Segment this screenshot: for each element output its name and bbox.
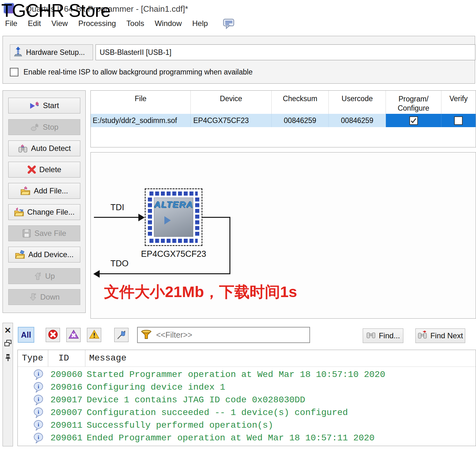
find-label: Find... <box>379 331 400 340</box>
close-icon[interactable]: ✕ <box>3 326 13 335</box>
message-text: Ended Programmer operation at Wed Mar 18… <box>87 433 374 443</box>
find-next-button[interactable]: Find Next <box>415 328 465 343</box>
cascade-windows-icon[interactable] <box>3 340 13 348</box>
find-button[interactable]: Find... <box>363 328 403 343</box>
menu-tools[interactable]: Tools <box>126 19 144 28</box>
hardware-device-name: USB-BlasterII [USB-1] <box>100 48 171 57</box>
up-button: Up <box>8 268 80 284</box>
hardware-setup-button[interactable]: Hardware Setup... <box>10 44 93 60</box>
message-text: Started Programmer operation at Wed Mar … <box>87 370 385 379</box>
up-arrow-icon <box>34 272 42 280</box>
tdi-label: TDI <box>110 203 124 212</box>
hardware-setup-icon <box>13 46 23 58</box>
altera-logo: ALTERA <box>154 200 193 210</box>
table-row[interactable]: E:/study/ddr2_sodimm.sof EP4CGX75CF23 00… <box>91 114 476 127</box>
filter-errors-button[interactable] <box>46 328 60 342</box>
down-label: Down <box>40 293 60 302</box>
chain-diagram-panel: ALTERA EP4CGX75CF23 TDI TDO 文件大小21Mb，下载时… <box>90 152 476 319</box>
message-row[interactable]: i 209061 Ended Programmer operation at W… <box>18 432 476 444</box>
file-chain-table: File Device Checksum Usercode Program/ C… <box>90 90 476 147</box>
verify-checkbox[interactable] <box>454 116 463 125</box>
message-id: 209061 <box>50 433 83 443</box>
msg-col-message: Message <box>89 353 127 363</box>
change-file-button[interactable]: Change File... <box>8 204 80 220</box>
info-balloon-icon: i <box>34 407 43 419</box>
change-file-folder-icon <box>14 208 24 217</box>
start-label: Start <box>43 101 59 110</box>
error-icon <box>48 329 58 341</box>
fpga-chip[interactable]: ALTERA <box>145 188 202 246</box>
message-row[interactable]: i 209060 Started Programmer operation at… <box>18 368 476 381</box>
auto-detect-label: Auto Detect <box>31 144 71 153</box>
cell-device: EP4CGX75CF23 <box>191 114 272 127</box>
delete-button[interactable]: Delete <box>8 162 80 178</box>
chip-play-icon <box>164 216 171 224</box>
chip-pins-right <box>195 198 199 237</box>
delete-label: Delete <box>39 165 61 174</box>
binoculars-icon <box>18 144 28 153</box>
info-balloon-icon: i <box>34 395 43 407</box>
message-text: Device 1 contains JTAG ID code 0x028030D… <box>87 395 305 405</box>
tdi-wire <box>94 217 142 218</box>
tdi-arrowhead <box>138 214 145 221</box>
isp-checkbox[interactable] <box>10 68 18 76</box>
col-verify[interactable]: Verify <box>441 91 476 114</box>
col-usercode[interactable]: Usercode <box>329 91 386 114</box>
filter-warnings-button[interactable] <box>87 328 101 342</box>
menu-help[interactable]: Help <box>192 19 208 28</box>
message-window-side-toolbar: ✕ <box>3 323 13 446</box>
chip-out-wire <box>202 217 230 218</box>
chip-pins-left <box>148 198 152 237</box>
add-device-button[interactable]: Add Device... <box>8 247 80 263</box>
tdo-arrowhead <box>93 270 100 278</box>
menu-window[interactable]: Window <box>155 19 182 28</box>
chip-body: ALTERA <box>154 198 193 237</box>
pin-icon[interactable] <box>3 353 13 363</box>
message-row[interactable]: i 209016 Configuring device index 1 <box>18 381 476 394</box>
add-file-button[interactable]: Add File... <box>8 183 80 199</box>
start-icon <box>30 101 40 110</box>
auto-detect-button[interactable]: Auto Detect <box>8 140 80 156</box>
filter-input[interactable] <box>155 330 309 340</box>
message-row[interactable]: i 209007 Configuration succeeded -- 1 de… <box>18 406 476 419</box>
info-balloon-icon: i <box>34 420 43 432</box>
find-next-binoculars-icon <box>418 331 427 341</box>
svg-text:i: i <box>38 422 39 428</box>
critical-warning-icon <box>69 329 79 341</box>
chain-down-wire <box>229 217 230 274</box>
hardware-setup-label: Hardware Setup... <box>26 48 85 57</box>
delete-x-icon <box>27 165 36 174</box>
col-program-configure[interactable]: Program/ Configure <box>386 91 441 114</box>
feedback-bubble-icon[interactable] <box>223 18 235 30</box>
message-row[interactable]: i 209011 Successfully performed operatio… <box>18 419 476 432</box>
start-button[interactable]: Start <box>8 98 80 114</box>
tdo-wire <box>99 273 230 274</box>
stop-button: Stop <box>8 119 80 135</box>
filter-critical-warnings-button[interactable] <box>66 328 81 342</box>
chip-pins-top <box>149 191 198 196</box>
svg-text:i: i <box>38 409 39 415</box>
funnel-icon <box>141 329 152 341</box>
file-table-header: File Device Checksum Usercode Program/ C… <box>91 91 476 114</box>
message-row[interactable]: i 209017 Device 1 contains JTAG ID code … <box>18 394 476 406</box>
svg-text:i: i <box>38 371 39 377</box>
col-checksum[interactable]: Checksum <box>272 91 329 114</box>
programmer-window: Quartus II 64-Bit Programmer - [Chain1.c… <box>0 0 476 467</box>
hardware-device-field[interactable]: USB-BlasterII [USB-1] <box>96 44 475 60</box>
chip-device-label: EP4CGX75CF23 <box>135 249 212 259</box>
flag-icon <box>116 329 127 341</box>
save-floppy-icon <box>22 229 31 238</box>
isp-checkbox-label: Enable real-time ISP to allow background… <box>23 68 253 76</box>
col-file[interactable]: File <box>91 91 191 114</box>
store-watermark: TGCHR Store <box>1 0 110 21</box>
message-text: Configuring device index 1 <box>87 382 225 392</box>
col-device[interactable]: Device <box>191 91 272 114</box>
filter-all-button[interactable]: All <box>18 327 34 343</box>
filter-flags-button[interactable] <box>114 328 129 342</box>
down-button: Down <box>8 289 80 305</box>
program-configure-checkbox[interactable] <box>409 116 418 125</box>
message-id: 209011 <box>50 420 83 430</box>
add-file-folder-icon <box>20 186 30 195</box>
column-separator <box>48 350 48 366</box>
message-text: Configuration succeeded -- 1 device(s) c… <box>87 408 348 418</box>
